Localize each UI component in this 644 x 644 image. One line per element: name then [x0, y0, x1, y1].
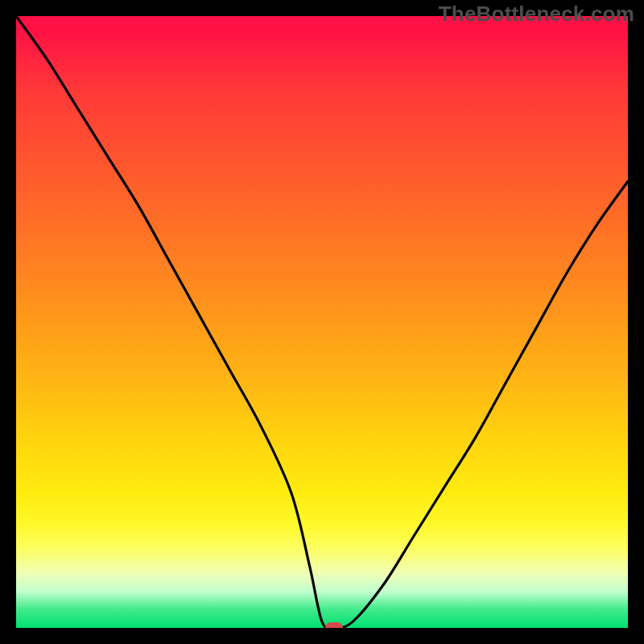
bottleneck-chart: TheBottleneck.com [0, 0, 644, 644]
bottleneck-curve-path [16, 16, 628, 628]
curve-svg [16, 16, 628, 628]
optimal-point-marker [325, 622, 343, 628]
watermark-text: TheBottleneck.com [439, 2, 634, 27]
plot-area [16, 16, 628, 628]
